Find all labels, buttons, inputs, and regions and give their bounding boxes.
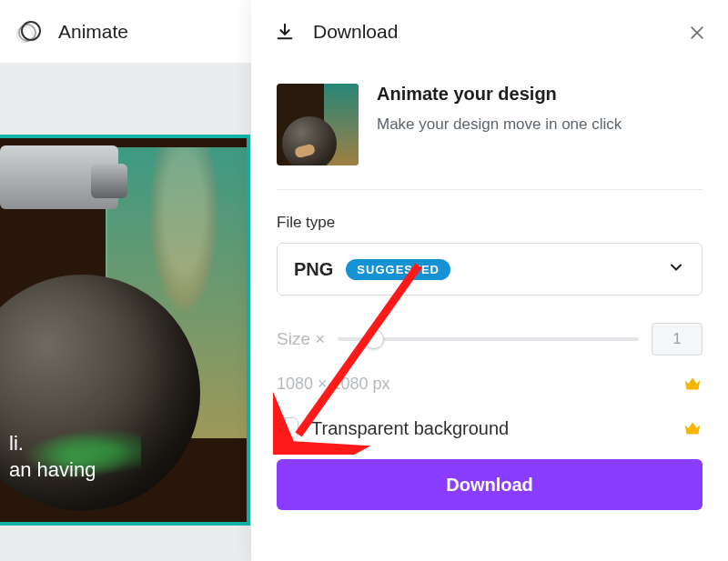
promo-thumbnail — [277, 84, 359, 165]
size-slider[interactable] — [338, 337, 639, 341]
caption-line: li. — [9, 430, 96, 457]
photo-faucet — [0, 145, 118, 209]
animate-promo[interactable]: Animate your design Make your design mov… — [277, 84, 703, 190]
animate-icon — [16, 19, 42, 45]
canvas-caption: li. an having — [9, 430, 96, 484]
download-button[interactable]: Download — [277, 459, 703, 510]
dimensions-text: 1080 × 1080 px — [277, 375, 390, 394]
suggested-badge: SUGGESTED — [346, 259, 450, 280]
animate-label: Animate — [58, 21, 128, 43]
panel-title: Download — [313, 21, 398, 43]
promo-subtitle: Make your design move in one click — [377, 115, 622, 134]
promo-title: Animate your design — [377, 84, 622, 105]
file-type-label: File type — [277, 214, 703, 232]
file-type-value: PNG — [294, 259, 333, 280]
caption-line: an having — [9, 456, 96, 484]
crown-icon — [682, 374, 703, 394]
download-panel: Download Animate your design Make your d… — [251, 0, 728, 561]
close-button[interactable] — [684, 20, 710, 45]
slider-thumb[interactable] — [364, 329, 384, 349]
download-icon — [275, 22, 295, 42]
size-label: Size × — [277, 329, 325, 349]
transparent-background-checkbox[interactable] — [277, 417, 298, 439]
animate-button[interactable]: Animate — [16, 19, 128, 45]
transparent-background-label: Transparent background — [311, 418, 509, 439]
crown-icon — [682, 418, 703, 438]
size-multiplier-input[interactable]: 1 — [652, 323, 703, 356]
design-canvas[interactable]: li. an having — [0, 135, 250, 526]
file-type-select[interactable]: PNG SUGGESTED — [277, 243, 703, 296]
chevron-down-icon — [667, 258, 685, 280]
